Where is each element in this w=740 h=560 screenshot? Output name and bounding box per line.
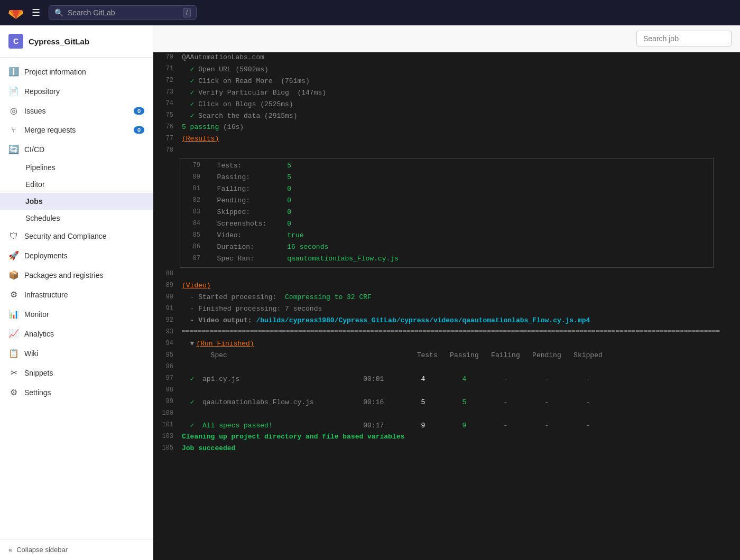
sidebar-item-label: Wiki <box>24 349 38 358</box>
line-number: 77 <box>153 134 180 143</box>
line-number: 91 <box>153 304 180 313</box>
line-number: 94 <box>153 339 180 348</box>
line-number: 101 <box>153 420 180 430</box>
sidebar-item-label: Pipelines <box>25 163 56 172</box>
sidebar-item-label: Security and Compliance <box>24 232 107 240</box>
line-number: 81 <box>180 184 207 193</box>
sidebar-item-label: Editor <box>25 180 45 189</box>
line-content: ✓ Verify Particular Blog (147ms) <box>180 87 740 98</box>
sidebar-item-pipelines[interactable]: Pipelines <box>0 159 153 176</box>
terminal-line: 95 Spec Tests Passing Failing Pending Sk… <box>153 350 740 362</box>
sidebar-item-wiki[interactable]: 📋 Wiki <box>0 343 153 363</box>
terminal-line: 71 ✓ Open URL (5902ms) <box>153 64 740 76</box>
sidebar-item-label: Monitor <box>24 310 49 319</box>
terminal-line: 86 Duration: 16 seconds <box>180 242 713 254</box>
sidebar-item-schedules[interactable]: Schedules <box>0 210 153 227</box>
sidebar-item-infrastructure[interactable]: ⚙ Infrastructure <box>0 285 153 304</box>
line-number: 80 <box>180 172 207 182</box>
sidebar-item-cicd[interactable]: 🔄 CI/CD <box>0 139 153 159</box>
line-content: ✓ Open URL (5902ms) <box>180 64 740 74</box>
navbar: ☰ 🔍 Search GitLab / <box>0 0 740 25</box>
line-number: 82 <box>180 195 207 205</box>
collapse-indicator[interactable]: ▼ <box>190 340 195 348</box>
line-content: ✓ All specs passed! 00:17 9 9 - - - <box>180 420 740 431</box>
line-content <box>180 408 740 410</box>
line-content <box>180 269 740 271</box>
sidebar-item-packages-registries[interactable]: 📦 Packages and registries <box>0 265 153 285</box>
menu-icon[interactable]: ☰ <box>30 5 42 21</box>
line-number: 73 <box>153 87 180 97</box>
project-name: Cypress_GitLab <box>29 37 89 46</box>
cicd-icon: 🔄 <box>8 144 19 154</box>
line-content: Spec Ran: qaautomationlabs_Flow.cy.js <box>207 254 713 264</box>
sidebar-item-label: Schedules <box>25 214 60 222</box>
terminal-line: 74 ✓ Click on Blogs (2525ms) <box>153 99 740 110</box>
terminal-line: 77 (Results) <box>153 134 740 145</box>
line-number: 78 <box>153 145 180 155</box>
terminal-line: 72 ✓ Click on Read More (761ms) <box>153 76 740 87</box>
collapse-sidebar-button[interactable]: « Collapse sidebar <box>0 539 153 560</box>
terminal-line: 81 Failing: 0 <box>180 184 713 195</box>
sidebar-item-issues[interactable]: ◎ Issues 0 <box>0 101 153 120</box>
sidebar-header: C Cypress_GitLab <box>0 25 153 58</box>
line-number: 83 <box>180 207 207 217</box>
sidebar-item-label: Issues <box>24 107 45 115</box>
sidebar-item-label: Project information <box>24 68 86 76</box>
line-number: 74 <box>153 99 180 108</box>
line-number: 97 <box>153 374 180 383</box>
collapse-label: Collapse sidebar <box>16 546 68 554</box>
project-icon: C <box>8 34 23 49</box>
sidebar-item-deployments[interactable]: 🚀 Deployments <box>0 246 153 265</box>
line-content: (Results) <box>180 134 740 144</box>
sidebar-item-project-information[interactable]: ℹ️ Project information <box>0 62 153 81</box>
terminal-line: 103 Cleaning up project directory and fi… <box>153 432 740 443</box>
line-number: 99 <box>153 397 180 406</box>
issues-badge: 0 <box>134 107 144 115</box>
sidebar-item-monitor[interactable]: 📊 Monitor <box>0 304 153 324</box>
settings-icon: ⚙ <box>8 387 19 397</box>
line-content: ✓ Click on Blogs (2525ms) <box>180 99 740 109</box>
terminal-line: 82 Pending: 0 <box>180 195 713 207</box>
line-content: (Video) <box>180 281 740 291</box>
repository-icon: 📄 <box>8 86 19 96</box>
sidebar-item-settings[interactable]: ⚙ Settings <box>0 382 153 402</box>
line-content: Video: true <box>207 230 713 240</box>
line-number: 100 <box>153 408 180 418</box>
sidebar-item-label: Analytics <box>24 330 54 338</box>
terminal-line: 96 <box>153 362 740 374</box>
terminal-line: 105 Job succeeded <box>153 443 740 455</box>
line-number: 75 <box>153 110 180 120</box>
line-number: 96 <box>153 362 180 371</box>
sidebar-item-editor[interactable]: Editor <box>0 176 153 193</box>
terminal-line: 83 Skipped: 0 <box>180 207 713 219</box>
infrastructure-icon: ⚙ <box>8 290 19 300</box>
terminal-line: 88 <box>153 269 740 281</box>
sidebar: C Cypress_GitLab ℹ️ Project information … <box>0 25 153 560</box>
terminal-line: 93 ═════════════════════════════════════… <box>153 327 740 339</box>
terminal-line: 97 ✓ api.cy.js 00:01 4 4 - - - <box>153 374 740 385</box>
results-box: 79 Tests: 5 80 Passing: 5 81 Failing: 0 <box>180 158 714 268</box>
sidebar-item-label: Deployments <box>24 251 68 260</box>
sidebar-item-merge-requests[interactable]: ⑂ Merge requests 0 <box>0 120 153 139</box>
content-header <box>153 25 740 52</box>
content-area: 70 QAAutomationLabs.com 71 ✓ Open URL (5… <box>153 25 740 560</box>
sidebar-item-label: Settings <box>24 388 51 397</box>
terminal-line: 73 ✓ Verify Particular Blog (147ms) <box>153 87 740 99</box>
line-content: Passing: 5 <box>207 172 713 182</box>
global-search[interactable]: 🔍 Search GitLab / <box>49 5 197 20</box>
terminal-output: 70 QAAutomationLabs.com 71 ✓ Open URL (5… <box>153 52 740 560</box>
wiki-icon: 📋 <box>8 348 19 358</box>
snippets-icon: ✂ <box>8 368 19 378</box>
sidebar-item-security-compliance[interactable]: 🛡 Security and Compliance <box>0 227 153 246</box>
sidebar-item-analytics[interactable]: 📈 Analytics <box>0 324 153 343</box>
terminal-line: 89 (Video) <box>153 281 740 292</box>
sidebar-item-jobs[interactable]: Jobs <box>0 193 153 210</box>
sidebar-item-repository[interactable]: 📄 Repository <box>0 81 153 101</box>
sidebar-item-label: Repository <box>24 87 60 96</box>
line-number: 71 <box>153 64 180 73</box>
search-job-input[interactable] <box>636 31 732 46</box>
terminal-line: 79 Tests: 5 <box>180 161 713 172</box>
line-number: 92 <box>153 315 180 325</box>
sidebar-item-snippets[interactable]: ✂ Snippets <box>0 363 153 382</box>
line-content: - Started processing: Compressing to 32 … <box>180 292 740 302</box>
